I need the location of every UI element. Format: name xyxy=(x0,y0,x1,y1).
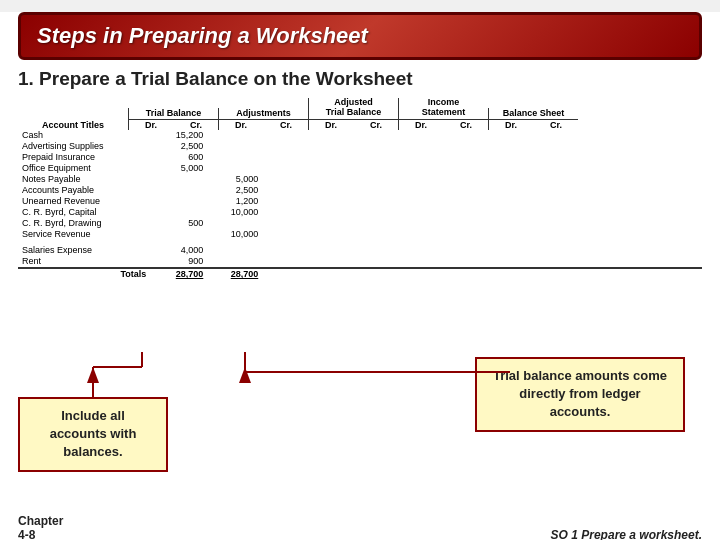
table-row: Salaries Expense 4,000 xyxy=(18,245,702,256)
tb-dr-val: 2,500 xyxy=(152,141,207,152)
account-name: Office Equipment xyxy=(18,163,152,174)
table-header: Account Titles Trial Balance Dr. Cr. Adj… xyxy=(18,98,702,130)
is-label: IncomeStatement xyxy=(399,98,488,120)
include-all-callout-text: Include all accounts with balances. xyxy=(50,408,137,459)
footer-chapter-text: Chapter4-8 xyxy=(18,514,63,540)
bs-label: Balance Sheet xyxy=(489,108,578,120)
tb-dr-val: 600 xyxy=(152,152,207,163)
atb-cr-header: Cr. xyxy=(354,120,399,130)
table-row: Service Revenue 10,000 xyxy=(18,229,702,240)
tb-cr-total: 28,700 xyxy=(207,268,262,280)
tb-dr-val: 15,200 xyxy=(152,130,207,141)
adj-dr-header: Dr. xyxy=(219,120,264,130)
table-row: Rent 900 xyxy=(18,256,702,268)
tb-dr-val: 5,000 xyxy=(152,163,207,174)
atb-label: AdjustedTrial Balance xyxy=(309,98,398,120)
table-row: C. R. Byrd, Capital 10,000 xyxy=(18,207,702,218)
is-dr-header: Dr. xyxy=(399,120,444,130)
balance-sheet-header: Balance Sheet Dr. Cr. xyxy=(488,108,578,130)
table-row: Prepaid Insurance 600 xyxy=(18,152,702,163)
trial-balance-label: Trial Balance xyxy=(129,108,218,120)
trial-balance-callout-text: Trial balance amounts come directly from… xyxy=(493,368,667,419)
slide-title: Steps in Preparing a Worksheet xyxy=(37,23,683,49)
account-name: Notes Payable xyxy=(18,174,152,185)
income-stmt-header: IncomeStatement Dr. Cr. xyxy=(398,98,488,130)
account-name: Service Revenue xyxy=(18,229,152,240)
data-table: Cash 15,200 Advertising Supplies 2,500 xyxy=(18,130,702,280)
table-row: Accounts Payable 2,500 xyxy=(18,185,702,196)
account-name: Accounts Payable xyxy=(18,185,152,196)
table-row: Office Equipment 5,000 xyxy=(18,163,702,174)
table-row: Notes Payable 5,000 xyxy=(18,174,702,185)
table-row: Advertising Supplies 2,500 xyxy=(18,141,702,152)
totals-row: Totals 28,700 28,700 xyxy=(18,268,702,280)
tb-dr-header: Dr. xyxy=(129,120,174,130)
adj-label: Adjustments xyxy=(219,108,308,120)
account-name: C. R. Byrd, Capital xyxy=(18,207,152,218)
bs-dr-header: Dr. xyxy=(489,120,534,130)
account-name: Prepaid Insurance xyxy=(18,152,152,163)
include-all-callout: Include all accounts with balances. xyxy=(18,397,168,472)
footer-so: SO 1 Prepare a worksheet. xyxy=(551,528,702,540)
totals-label: Totals xyxy=(18,268,152,280)
account-name: Cash xyxy=(18,130,152,141)
tb-cr-val: 1,200 xyxy=(207,196,262,207)
account-name: Rent xyxy=(18,256,152,268)
table-row: Cash 15,200 xyxy=(18,130,702,141)
table-row: Unearned Revenue 1,200 xyxy=(18,196,702,207)
table-row: C. R. Byrd, Drawing 500 xyxy=(18,218,702,229)
bs-cr-header: Cr. xyxy=(534,120,579,130)
tb-cr-val: 10,000 xyxy=(207,207,262,218)
tb-dr-val: 900 xyxy=(152,256,207,268)
adjusted-tb-header: AdjustedTrial Balance Dr. Cr. xyxy=(308,98,398,130)
account-name: Unearned Revenue xyxy=(18,196,152,207)
tb-dr-val: 500 xyxy=(152,218,207,229)
tb-cr-val: 2,500 xyxy=(207,185,262,196)
slide: Steps in Preparing a Worksheet 1. Prepar… xyxy=(0,12,720,540)
trial-balance-callout: Trial balance amounts come directly from… xyxy=(475,357,685,432)
title-bar: Steps in Preparing a Worksheet xyxy=(18,12,702,60)
adjustments-header: Adjustments Dr. Cr. xyxy=(218,108,308,130)
account-col-header: Account Titles xyxy=(18,120,128,130)
worksheet-area: Account Titles Trial Balance Dr. Cr. Adj… xyxy=(18,98,702,280)
account-name: C. R. Byrd, Drawing xyxy=(18,218,152,229)
tb-dr-total: 28,700 xyxy=(152,268,207,280)
adj-cr-header: Cr. xyxy=(264,120,309,130)
footer-chapter: Chapter4-8 xyxy=(18,514,63,540)
footer-so-text: SO 1 Prepare a worksheet. xyxy=(551,528,702,540)
trial-balance-header: Trial Balance Dr. Cr. xyxy=(128,108,218,130)
atb-dr-header: Dr. xyxy=(309,120,354,130)
account-name: Advertising Supplies xyxy=(18,141,152,152)
is-cr-header: Cr. xyxy=(444,120,489,130)
account-name: Salaries Expense xyxy=(18,245,152,256)
tb-cr-header: Cr. xyxy=(174,120,219,130)
tb-dr-val: 4,000 xyxy=(152,245,207,256)
tb-cr-val: 10,000 xyxy=(207,229,262,240)
slide-subtitle: 1. Prepare a Trial Balance on the Worksh… xyxy=(18,68,702,90)
tb-cr-val: 5,000 xyxy=(207,174,262,185)
